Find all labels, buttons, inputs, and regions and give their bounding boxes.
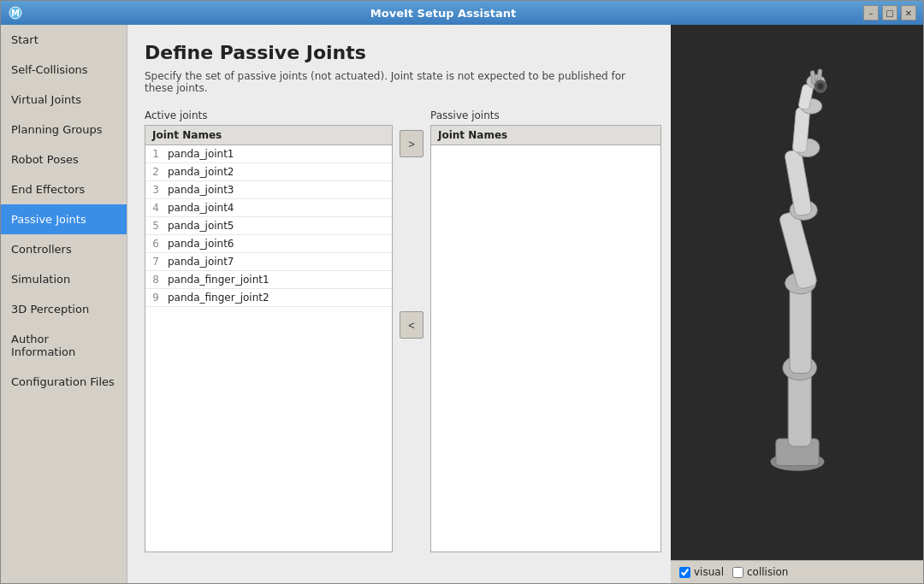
sidebar-item-planning-groups[interactable]: Planning Groups bbox=[1, 115, 127, 145]
move-left-button[interactable]: < bbox=[400, 311, 424, 339]
collision-checkbox[interactable] bbox=[732, 567, 743, 578]
joint-name: panda_finger_joint2 bbox=[163, 289, 392, 307]
window-controls: – □ ✕ bbox=[863, 5, 916, 21]
active-joints-column-header: Joint Names bbox=[145, 126, 392, 145]
table-row[interactable]: 7panda_joint7 bbox=[145, 253, 392, 271]
svg-rect-10 bbox=[784, 149, 812, 216]
titlebar: M MoveIt Setup Assistant – □ ✕ bbox=[1, 1, 923, 25]
visual-checkbox-label[interactable]: visual bbox=[679, 566, 724, 578]
visual-checkbox[interactable] bbox=[679, 567, 690, 578]
row-number: 3 bbox=[145, 181, 163, 199]
sidebar-item-passive-joints[interactable]: Passive Joints bbox=[1, 204, 127, 234]
robot-svg bbox=[720, 44, 874, 540]
main-area: StartSelf-CollisionsVirtual JointsPlanni… bbox=[1, 25, 923, 583]
sidebar-item-simulation[interactable]: Simulation bbox=[1, 264, 127, 294]
svg-rect-6 bbox=[790, 285, 811, 374]
table-row[interactable]: 1panda_joint1 bbox=[145, 145, 392, 163]
sidebar-item-robot-poses[interactable]: Robot Poses bbox=[1, 145, 127, 174]
passive-joints-table: Joint Names bbox=[431, 126, 660, 145]
collision-label: collision bbox=[747, 566, 788, 578]
sidebar-item-end-effectors[interactable]: End Effectors bbox=[1, 174, 127, 204]
window-title: MoveIt Setup Assistant bbox=[23, 7, 863, 20]
sidebar-item-configuration-files[interactable]: Configuration Files bbox=[1, 367, 127, 397]
svg-rect-4 bbox=[788, 369, 811, 446]
robot-controls: visual collision bbox=[671, 560, 923, 583]
robot-canvas bbox=[671, 25, 923, 560]
joint-name: panda_finger_joint1 bbox=[163, 271, 392, 289]
sidebar: StartSelf-CollisionsVirtual JointsPlanni… bbox=[1, 25, 127, 583]
row-number: 6 bbox=[145, 235, 163, 253]
active-joints-panel: Active joints Joint Names 1panda_joint12… bbox=[145, 109, 393, 552]
active-joints-table: Joint Names 1panda_joint12panda_joint23p… bbox=[145, 126, 392, 307]
joints-area: Active joints Joint Names 1panda_joint12… bbox=[145, 109, 654, 566]
active-joints-table-container[interactable]: Joint Names 1panda_joint12panda_joint23p… bbox=[145, 125, 393, 552]
maximize-button[interactable]: □ bbox=[882, 5, 897, 21]
row-number: 5 bbox=[145, 217, 163, 235]
passive-joints-table-container[interactable]: Joint Names bbox=[430, 125, 661, 552]
collision-checkbox-label[interactable]: collision bbox=[732, 566, 788, 578]
table-row[interactable]: 2panda_joint2 bbox=[145, 163, 392, 181]
passive-joints-column-header: Joint Names bbox=[431, 126, 660, 145]
joint-name: panda_joint6 bbox=[163, 235, 392, 253]
sidebar-item-controllers[interactable]: Controllers bbox=[1, 234, 127, 264]
active-joints-label: Active joints bbox=[145, 109, 393, 121]
robot-view: visual collision bbox=[671, 25, 923, 583]
svg-rect-8 bbox=[778, 210, 817, 290]
arrow-buttons: > < bbox=[393, 130, 430, 339]
joint-name: panda_joint7 bbox=[163, 253, 392, 271]
visual-label: visual bbox=[694, 566, 724, 578]
sidebar-item-3d-perception[interactable]: 3D Perception bbox=[1, 294, 127, 324]
page-description: Specify the set of passive joints (not a… bbox=[145, 70, 654, 94]
row-number: 2 bbox=[145, 163, 163, 181]
joint-name: panda_joint5 bbox=[163, 217, 392, 235]
row-number: 9 bbox=[145, 289, 163, 307]
row-number: 1 bbox=[145, 145, 163, 163]
passive-joints-panel: Passive joints Joint Names bbox=[430, 109, 661, 552]
svg-point-19 bbox=[817, 83, 823, 89]
row-number: 8 bbox=[145, 271, 163, 289]
move-right-button[interactable]: > bbox=[400, 130, 424, 157]
minimize-button[interactable]: – bbox=[863, 5, 879, 21]
row-number: 7 bbox=[145, 253, 163, 271]
content-area: Define Passive Joints Specify the set of… bbox=[127, 25, 671, 583]
passive-joints-label: Passive joints bbox=[430, 109, 661, 121]
table-row[interactable]: 4panda_joint4 bbox=[145, 199, 392, 217]
svg-text:M: M bbox=[11, 9, 20, 18]
main-window: M MoveIt Setup Assistant – □ ✕ StartSelf… bbox=[0, 0, 924, 584]
joint-name: panda_joint2 bbox=[163, 163, 392, 181]
table-row[interactable]: 5panda_joint5 bbox=[145, 217, 392, 235]
sidebar-item-author-information[interactable]: Author Information bbox=[1, 324, 127, 367]
table-row[interactable]: 8panda_finger_joint1 bbox=[145, 271, 392, 289]
row-number: 4 bbox=[145, 199, 163, 217]
sidebar-item-start[interactable]: Start bbox=[1, 25, 127, 55]
joint-name: panda_joint3 bbox=[163, 181, 392, 199]
page-title: Define Passive Joints bbox=[145, 42, 654, 63]
close-button[interactable]: ✕ bbox=[901, 5, 916, 21]
sidebar-item-virtual-joints[interactable]: Virtual Joints bbox=[1, 85, 127, 115]
joint-name: panda_joint4 bbox=[163, 199, 392, 217]
table-row[interactable]: 3panda_joint3 bbox=[145, 181, 392, 199]
sidebar-item-self-collisions[interactable]: Self-Collisions bbox=[1, 55, 127, 85]
app-icon: M bbox=[8, 5, 23, 21]
joint-name: panda_joint1 bbox=[163, 145, 392, 163]
table-row[interactable]: 9panda_finger_joint2 bbox=[145, 289, 392, 307]
table-row[interactable]: 6panda_joint6 bbox=[145, 235, 392, 253]
